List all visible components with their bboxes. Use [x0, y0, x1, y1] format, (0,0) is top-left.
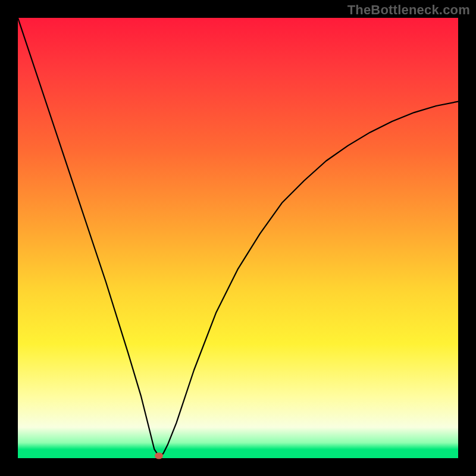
watermark-text: TheBottleneck.com — [347, 2, 470, 18]
curve-svg — [18, 18, 458, 458]
plot-area — [18, 18, 458, 458]
bottleneck-curve-path — [18, 18, 458, 456]
minimum-marker-dot — [155, 453, 163, 459]
chart-frame: TheBottleneck.com — [0, 0, 476, 476]
